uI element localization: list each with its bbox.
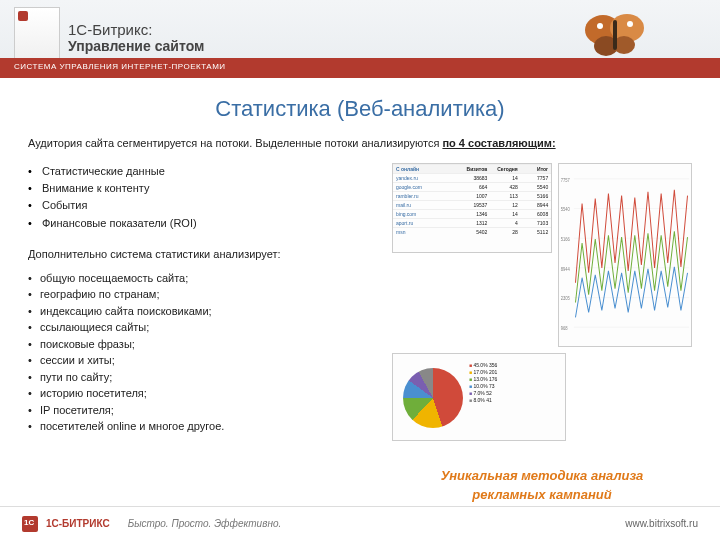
slide-footer: 1С-БИТРИКС Быстро. Просто. Эффективно. w…	[0, 506, 720, 540]
list-item: сессии и хиты;	[28, 352, 374, 369]
intro-part-a: Аудитория сайта сегментируется на потоки…	[28, 137, 442, 149]
list-item: Финансовые показатели (ROI)	[28, 215, 374, 232]
list-item: IP посетителя;	[28, 402, 374, 419]
list-item: Статистические данные	[28, 163, 374, 180]
svg-point-5	[627, 21, 633, 27]
logo-icon	[22, 516, 38, 532]
list-item: пути по сайту;	[28, 369, 374, 386]
svg-rect-6	[613, 20, 617, 50]
list-item: События	[28, 197, 374, 214]
left-column: Статистические данные Внимание к контент…	[28, 163, 374, 503]
list-item: посетителей online и многое другое.	[28, 418, 374, 435]
screenshot-thumbs: С онлайнВизитовСегодняИтог yandex.ru3868…	[392, 163, 692, 441]
highlight-line-1: Уникальная методика анализа	[392, 467, 692, 485]
svg-text:5540: 5540	[561, 208, 571, 213]
footer-left: 1С-БИТРИКС Быстро. Просто. Эффективно.	[22, 516, 281, 532]
pie-legend: 45.0% 35617.0% 20113.0% 176 10.0% 737.0%…	[469, 354, 497, 440]
brand-line-1: 1С-Битрикс:	[68, 21, 204, 38]
right-column: С онлайнВизитовСегодняИтог yandex.ru3868…	[392, 163, 692, 503]
intro-part-b: по 4 составляющим:	[442, 137, 555, 149]
header-sub-bar: СИСТЕМА УПРАВЛЕНИЯ ИНТЕРНЕТ-ПРОЕКТАМИ	[0, 58, 720, 74]
brand-text: 1С-Битрикс: Управление сайтом	[68, 21, 204, 54]
svg-text:5166: 5166	[561, 237, 571, 242]
svg-text:8944: 8944	[561, 267, 571, 272]
svg-text:7757: 7757	[561, 178, 571, 183]
slide-content: Статистика (Веб-аналитика) Аудитория сай…	[0, 78, 720, 504]
sub-list: общую посещаемость сайта; географию по с…	[28, 270, 374, 435]
footer-brand: 1С-БИТРИКС	[46, 518, 110, 529]
list-item: поисковые фразы;	[28, 336, 374, 353]
list-item: географию по странам;	[28, 286, 374, 303]
thumb-pie-chart: 45.0% 35617.0% 20113.0% 176 10.0% 737.0%…	[392, 353, 566, 441]
thumb-line-chart: 7757 5540 5166 8944 2305 968	[558, 163, 692, 347]
highlight-text: Уникальная методика анализа рекламных ка…	[392, 467, 692, 503]
butterfly-icon	[580, 8, 650, 63]
list-item: Внимание к контенту	[28, 180, 374, 197]
highlight-line-2: рекламных кампаний	[392, 486, 692, 504]
list-item: ссылающиеся сайты;	[28, 319, 374, 336]
page-title: Статистика (Веб-аналитика)	[28, 96, 692, 122]
brand-line-2: Управление сайтом	[68, 38, 204, 54]
list-item: общую посещаемость сайта;	[28, 270, 374, 287]
sub-intro: Дополнительно система статистики анализи…	[28, 248, 374, 260]
pie-icon	[403, 368, 463, 428]
list-item: индексацию сайта поисковиками;	[28, 303, 374, 320]
svg-text:968: 968	[561, 326, 568, 331]
svg-point-4	[597, 23, 603, 29]
thumb-table: С онлайнВизитовСегодняИтог yandex.ru3868…	[392, 163, 552, 253]
slide-header: 1С-Битрикс: Управление сайтом СИСТЕМА УП…	[0, 0, 720, 78]
list-item: историю посетителя;	[28, 385, 374, 402]
svg-text:2305: 2305	[561, 297, 571, 302]
main-list: Статистические данные Внимание к контент…	[28, 163, 374, 231]
footer-url: www.bitrixsoft.ru	[625, 518, 698, 529]
footer-slogan: Быстро. Просто. Эффективно.	[128, 518, 282, 529]
intro-text: Аудитория сайта сегментируется на потоки…	[28, 136, 692, 151]
